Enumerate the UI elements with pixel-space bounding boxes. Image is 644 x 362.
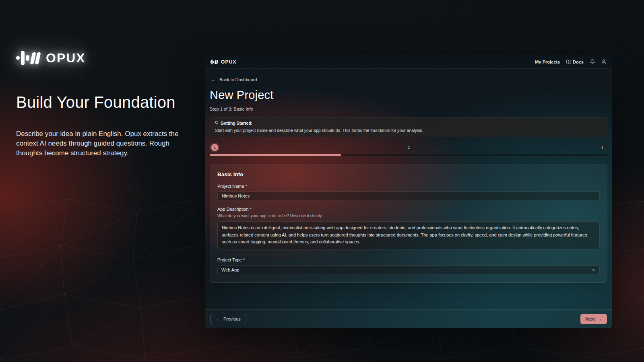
project-name-label: Project Name * [217,184,600,189]
nav-right-group: My Projects Docs [535,59,606,64]
next-button[interactable]: Next → [580,314,607,324]
nav-link-docs[interactable]: Docs [566,60,584,64]
back-arrow-icon: ← [211,77,216,82]
book-icon [566,60,571,64]
chevron-down-icon [592,269,596,271]
project-type-label: Project Type * [217,257,600,262]
hero-title: Build Your Foundation [16,93,193,111]
progress-fill [210,154,341,156]
hero-description: Describe your idea in plain English. Opu… [16,129,193,158]
lightbulb-icon [215,121,219,125]
hero-section: OPUX Build Your Foundation Describe your… [16,50,193,158]
nav-brand-wordmark: OPUX [221,59,237,65]
nav-docs-label: Docs [573,60,584,64]
opux-waveform-icon [16,50,42,66]
step-1[interactable]: 1 [211,144,218,151]
app-description-label: App Description * [217,207,600,212]
getting-started-tip: Getting Started: Start with your project… [210,117,607,137]
card-heading: Basic Info [217,171,600,177]
app-description-textarea[interactable]: Nimbus Notes is an intelligent, minimali… [217,221,600,249]
tip-body: Start with your project name and describ… [215,128,602,133]
app-window: OPUX My Projects Docs [205,55,612,328]
hero-brand-wordmark: OPUX [46,51,86,66]
progress-track [210,154,607,156]
app-top-nav: OPUX My Projects Docs [205,55,612,69]
basic-info-card: Basic Info Project Name * App Descriptio… [210,165,607,283]
bell-icon [590,59,595,64]
notifications-button[interactable] [590,59,595,64]
back-to-dashboard-link[interactable]: ← Back to Dashboard [211,77,607,82]
step-progress-label: Step 1 of 3: Basic Info [210,107,607,111]
step-3[interactable]: 3 [599,144,606,151]
previous-button[interactable]: ← Previous [210,314,246,324]
nav-link-my-projects[interactable]: My Projects [535,60,560,64]
wizard-footer: ← Previous Next → [205,309,612,328]
page-title: New Project [210,88,607,102]
project-type-value: Web App [221,267,239,272]
next-arrow-icon: → [597,317,602,321]
back-link-label: Back to Dashboard [219,77,257,82]
project-type-select[interactable]: Web App [217,265,600,274]
app-description-helper: What do you want your app to do or be? D… [217,214,600,218]
next-button-label: Next [585,317,595,321]
tip-title: Getting Started: [221,121,252,125]
wizard-steps: 1 2 3 [210,144,607,151]
hero-logo: OPUX [16,50,193,66]
user-account-button[interactable] [601,59,606,64]
previous-arrow-icon: ← [216,317,221,321]
tip-title-row: Getting Started: [215,121,602,125]
nav-brand[interactable]: OPUX [210,59,237,65]
user-icon [601,59,606,64]
previous-button-label: Previous [223,317,241,321]
window-body: ← Back to Dashboard New Project Step 1 o… [205,69,612,328]
opux-waveform-icon [210,59,219,65]
step-2[interactable]: 2 [405,144,412,151]
project-name-input[interactable] [217,191,600,200]
